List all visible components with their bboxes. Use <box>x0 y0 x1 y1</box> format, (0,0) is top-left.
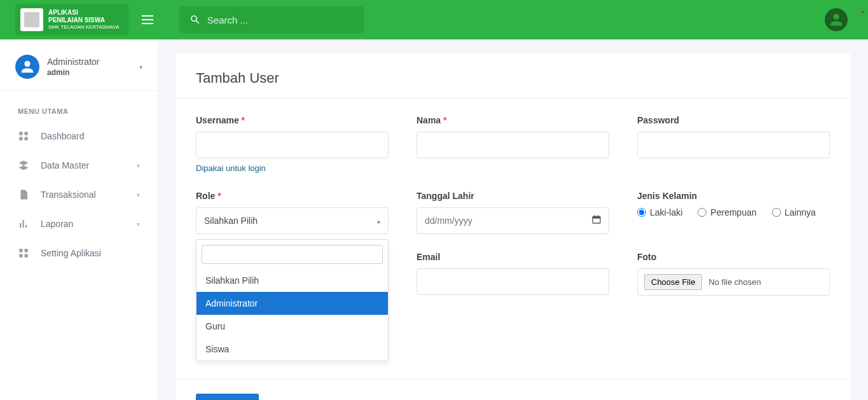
svg-rect-12 <box>19 249 22 252</box>
svg-rect-14 <box>19 254 22 258</box>
username-hint: Dipakai untuk login <box>196 163 389 173</box>
search-icon <box>189 13 201 26</box>
role-option[interactable]: Siswa <box>196 338 388 361</box>
svg-rect-11 <box>25 225 27 228</box>
jk-radio-label: Lainnya <box>785 207 816 217</box>
svg-rect-7 <box>19 137 22 141</box>
role-dropdown-search[interactable] <box>202 245 383 264</box>
user-icon <box>18 58 36 76</box>
svg-rect-13 <box>25 249 28 252</box>
sidebar-item-label: Dashboard <box>41 131 85 141</box>
sidebar-item-label: Transaksional <box>41 190 96 200</box>
jk-radio[interactable] <box>637 208 646 217</box>
role-option[interactable]: Administrator <box>196 292 388 315</box>
brand-line2: PENILAIAN SISWA <box>48 17 119 24</box>
submit-button[interactable]: Simpan <box>196 394 259 400</box>
role-selected: Silahkan Pilih <box>204 216 258 226</box>
jk-label: Jenis Kelamin <box>637 191 830 201</box>
sidebar-item-data-master[interactable]: Data Master ▾ <box>0 151 158 180</box>
sidebar-item-setting-aplikasi[interactable]: Setting Aplikasi <box>0 238 158 268</box>
grid-icon <box>18 130 29 142</box>
role-dropdown: Silahkan PilihAdministratorGuruSiswa <box>196 239 389 361</box>
role-label: Role * <box>196 191 389 201</box>
svg-point-4 <box>24 61 30 67</box>
jk-radio-item[interactable]: Perempuan <box>698 207 756 217</box>
sidebar-toggle[interactable] <box>128 12 167 27</box>
foto-choose-button[interactable]: Choose File <box>644 274 702 290</box>
role-select[interactable]: Silahkan Pilih ▴ <box>196 207 389 234</box>
search-input[interactable] <box>207 15 354 25</box>
jk-radio-label: Laki-laki <box>650 207 682 217</box>
chevron-down-icon: ▾ <box>137 221 140 228</box>
role-option[interactable]: Silahkan Pilih <box>196 269 388 292</box>
brand-logo: APLIKASI PENILAIAN SISWA SMK TELADAN KER… <box>15 4 128 36</box>
chevron-up-icon: ▴ <box>377 217 380 224</box>
search-box[interactable] <box>179 6 364 33</box>
nama-input[interactable] <box>417 132 609 158</box>
jk-radio[interactable] <box>772 208 781 217</box>
tgl-label: Tanggal Lahir <box>417 191 609 201</box>
svg-rect-10 <box>23 220 24 228</box>
chevron-down-icon: ▾ <box>139 64 142 71</box>
svg-rect-8 <box>25 137 28 141</box>
svg-rect-15 <box>25 254 28 258</box>
foto-label: Foto <box>637 252 830 262</box>
sidebar: Administrator admin ▾ MENU UTAMA Dashboa… <box>0 39 158 400</box>
file-icon <box>18 189 29 200</box>
hamburger-icon <box>140 12 155 27</box>
sidebar-user-name: Administrator <box>47 57 99 67</box>
foto-file-status: No file chosen <box>708 277 761 287</box>
email-label: Email <box>417 252 609 262</box>
jk-radio-label: Perempuan <box>710 207 756 217</box>
calendar-icon[interactable] <box>591 214 602 227</box>
brand-logo-icon <box>20 8 43 31</box>
svg-rect-9 <box>20 223 21 228</box>
user-icon <box>827 11 845 29</box>
sidebar-item-label: Data Master <box>41 160 89 170</box>
sidebar-item-label: Laporan <box>41 219 73 229</box>
jk-radio[interactable] <box>698 208 706 217</box>
svg-point-3 <box>833 14 839 20</box>
grid-icon <box>18 247 29 259</box>
menu-heading: MENU UTAMA <box>0 91 158 121</box>
password-input[interactable] <box>637 132 830 158</box>
chevron-down-icon: ▾ <box>137 162 140 169</box>
username-input[interactable] <box>196 132 389 158</box>
sidebar-user-toggle[interactable]: Administrator admin ▾ <box>0 47 158 91</box>
jk-radio-item[interactable]: Lainnya <box>772 207 816 217</box>
page-title: Tambah User <box>176 53 850 99</box>
tgl-input[interactable] <box>417 207 609 234</box>
user-avatar-top[interactable] <box>825 8 848 31</box>
username-label: Username * <box>196 115 389 125</box>
foto-file-wrap: Choose File No file chosen <box>637 268 830 296</box>
brand-line3: SMK TELADAN KERTASMAYA <box>48 24 119 31</box>
sidebar-item-transaksional[interactable]: Transaksional ▾ <box>0 180 158 209</box>
chart-icon <box>18 218 29 230</box>
svg-rect-6 <box>25 132 28 135</box>
chevron-down-icon: ▾ <box>137 191 140 198</box>
password-label: Password <box>637 115 830 125</box>
sidebar-item-label: Setting Aplikasi <box>41 248 101 258</box>
role-option[interactable]: Guru <box>196 315 388 338</box>
svg-rect-17 <box>593 216 600 218</box>
sidebar-item-laporan[interactable]: Laporan ▾ <box>0 209 158 238</box>
sidebar-item-dashboard[interactable]: Dashboard <box>0 121 158 151</box>
stack-icon <box>18 160 29 171</box>
brand-line1: APLIKASI <box>48 9 119 17</box>
jk-radio-item[interactable]: Laki-laki <box>637 207 682 217</box>
svg-rect-5 <box>19 132 22 135</box>
sidebar-user-role: admin <box>47 68 99 77</box>
email-input[interactable] <box>417 268 609 295</box>
sidebar-user-avatar <box>15 55 39 79</box>
nama-label: Nama * <box>417 115 609 125</box>
scroll-up-icon[interactable] <box>859 5 867 19</box>
